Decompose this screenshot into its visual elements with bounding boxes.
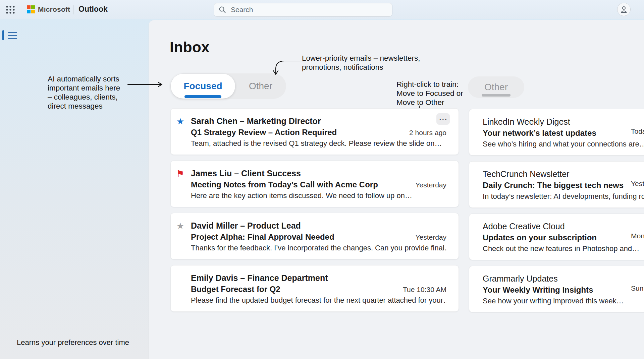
inbox-tab-group: Focused Other [170,73,286,99]
email-subject: Daily Crunch: The biggest tech news [483,180,624,191]
account-avatar-button[interactable] [617,3,631,16]
tab-focused[interactable]: Focused [171,74,235,99]
email-preview: In today’s newsletter: AI developments, … [483,191,644,202]
search-bar[interactable] [214,3,392,17]
email-subject: Budget Forecast for Q2 [191,284,280,295]
other-email-list: LinkedIn Weekly Digest Your network’s la… [469,109,644,312]
app-launcher-button[interactable] [5,4,16,15]
tab-other-right-label: Other [484,82,508,93]
email-subject-row: Your Weekly Writing Insights Sun [483,284,644,295]
email-subject-row: Budget Forecast for Q2 Tue 10:30 AM [191,284,446,295]
star-icon[interactable]: ★ [176,221,184,231]
microsoft-wordmark: Microsoft [38,5,70,13]
email-timestamp: 2 hours ago [405,129,446,137]
email-timestamp: Yesterday [631,180,644,188]
email-subject-row: Q1 Strategy Review – Action Required 2 h… [191,127,446,138]
annotation-learns-note: Learns your preferences over time [17,338,129,347]
email-timestamp: Yesterday [411,181,446,189]
waffle-grid-icon [5,4,16,15]
email-timestamp: Sun [631,284,643,292]
email-subject: Updates on your subscription [483,232,597,243]
email-card[interactable]: LinkedIn Weekly Digest Your network’s la… [469,109,644,156]
email-sender: TechCrunch Newsletter [483,168,644,180]
email-sender: David Miller – Product Lead [191,220,446,231]
email-card[interactable]: Adobe Creative Cloud Updates on your sub… [469,214,644,260]
email-timestamp: Mon [631,232,644,240]
email-subject: Project Alpha: Final Approval Needed [191,231,334,242]
email-preview: See how your writing improved this week… [483,295,644,307]
email-timestamp: Tue 10:30 AM [399,286,446,294]
email-subject-row: Project Alpha: Final Approval Needed Yes… [191,231,446,242]
focused-tab-indicator [184,95,221,98]
tab-focused-label: Focused [183,81,222,92]
email-sender: Adobe Creative Cloud [483,221,644,232]
other-tab-indicator [482,94,511,97]
email-preview: Thanks for the feedback. I’ve incorporat… [191,242,446,254]
email-sender: Sarah Chen – Marketing Director [191,115,446,127]
email-subject: Q1 Strategy Review – Action Required [191,127,337,138]
email-sender: LinkedIn Weekly Digest [483,116,644,127]
more-options-button[interactable]: ⋯ [436,113,450,125]
arrow-to-focused-tab [127,82,165,87]
annotation-other-note: Lower-priority emails – newsletters, pro… [302,54,420,72]
top-bar: Microsoft Outlook [0,0,644,19]
tab-other[interactable]: Other [235,73,286,99]
tab-other-label: Other [249,81,272,92]
annotation-focused-note: AI automatically sorts important emails … [48,74,135,111]
page-title: Inbox [170,39,210,56]
more-options-icon: ⋯ [439,114,447,124]
email-subject: Meeting Notes from Today’s Call with Acm… [191,179,378,190]
annotation-train-note: Right-click to train: Move to Focused or… [396,80,463,107]
hamburger-icon [8,32,17,33]
email-subject-row: Your network’s latest updates Today [483,127,644,138]
microsoft-logo-icon [27,5,35,14]
star-icon[interactable]: ★ [176,116,184,126]
email-subject: Your Weekly Writing Insights [483,284,593,295]
flag-icon[interactable]: ⚑ [176,169,184,179]
email-subject-row: Daily Crunch: The biggest tech news Yest… [483,180,644,191]
email-card[interactable]: TechCrunch Newsletter Daily Crunch: The … [469,161,644,208]
email-preview: Here are the key action items discussed.… [191,190,446,201]
brand-divider [73,5,73,14]
search-icon [219,6,226,13]
email-card[interactable]: ⚑ James Liu – Client Success Meeting Not… [170,161,459,207]
email-sender: Emily Davis – Finance Department [191,272,446,284]
focused-email-list: ★ Sarah Chen – Marketing Director Q1 Str… [170,108,459,312]
email-preview: Check out the new features in Photoshop … [483,243,644,254]
email-subject: Your network’s latest updates [483,127,596,138]
email-preview: See who’s hiring and what your connectio… [483,138,644,150]
email-card[interactable]: Grammarly Updates Your Weekly Writing In… [469,266,644,312]
person-icon [620,5,628,13]
email-card[interactable]: Emily Davis – Finance Department Budget … [170,265,459,312]
nav-accent-bar [2,30,4,40]
arrow-to-other-tab [272,60,304,77]
email-timestamp: Today [631,127,644,135]
email-card[interactable]: ★ Sarah Chen – Marketing Director Q1 Str… [170,108,459,155]
email-preview: Team, attached is the revised Q1 strateg… [191,138,446,149]
email-preview: Please find the updated budget forecast … [191,295,446,306]
search-input[interactable] [230,5,387,14]
email-subject-row: Meeting Notes from Today’s Call with Acm… [191,179,446,190]
menu-toggle-button[interactable] [8,32,18,39]
email-sender: Grammarly Updates [483,273,644,284]
email-subject-row: Updates on your subscription Mon [483,232,644,243]
app-title: Outlook [78,5,108,14]
email-sender: James Liu – Client Success [191,168,446,179]
tab-other-right[interactable]: Other [468,76,524,98]
email-timestamp: Yesterday [411,233,446,241]
email-card[interactable]: ★ David Miller – Product Lead Project Al… [170,213,459,259]
